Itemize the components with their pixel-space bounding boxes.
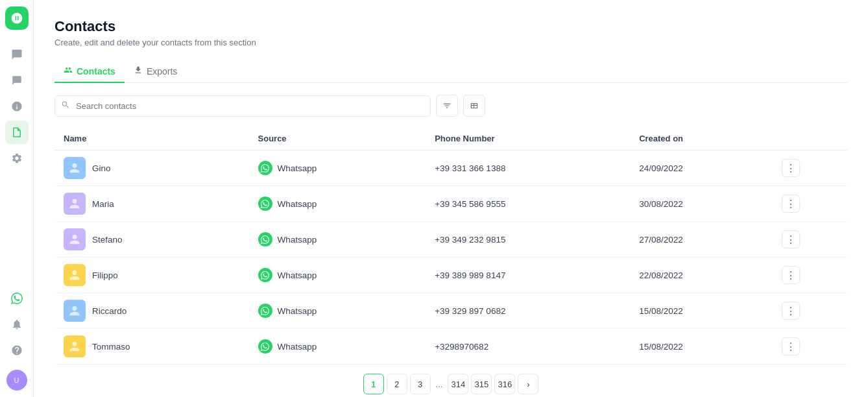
whatsapp-source-icon <box>258 232 272 247</box>
sidebar: U <box>0 0 34 397</box>
contact-name: Maria <box>92 199 114 209</box>
sidebar-item-broadcast[interactable] <box>5 95 29 118</box>
pagination: 123...314315316› <box>54 365 847 397</box>
page-button-315[interactable]: 315 <box>471 374 492 394</box>
cell-created: 27/08/2022 <box>630 222 773 258</box>
contact-name: Gino <box>92 163 111 173</box>
cell-source: Whatsapp <box>249 258 426 293</box>
page-button-1[interactable]: 1 <box>363 374 384 394</box>
cell-actions: ⋮ <box>773 329 847 365</box>
sidebar-item-whatsapp[interactable] <box>5 287 29 310</box>
table-row: Gino Whatsapp +39 331 366 1388 24/09/202… <box>54 150 847 186</box>
cell-phone: +3298970682 <box>426 329 630 365</box>
created-date: 22/08/2022 <box>639 271 683 280</box>
phone-number: +39 349 232 9815 <box>435 235 505 245</box>
tabs-bar: Contacts Exports <box>54 60 847 83</box>
source-label: Whatsapp <box>278 235 317 245</box>
cell-name: Maria <box>54 186 249 222</box>
search-icon <box>61 101 70 112</box>
cell-created: 22/08/2022 <box>630 258 773 293</box>
avatar <box>64 228 86 250</box>
app-logo[interactable] <box>5 6 29 30</box>
cell-actions: ⋮ <box>773 222 847 258</box>
avatar <box>64 300 86 322</box>
columns-button[interactable] <box>463 95 485 117</box>
sidebar-item-help[interactable] <box>5 339 29 362</box>
created-date: 15/08/2022 <box>639 342 683 352</box>
sidebar-item-comments[interactable] <box>5 69 29 92</box>
whatsapp-source-icon <box>258 268 272 282</box>
contacts-table: Name Source Phone Number Created on Gino <box>54 127 847 365</box>
contact-name: Stefano <box>92 235 123 245</box>
user-avatar[interactable]: U <box>6 370 27 391</box>
phone-number: +3298970682 <box>435 342 488 352</box>
table-row: Tommaso Whatsapp +3298970682 15/08/2022 … <box>54 329 847 365</box>
cell-actions: ⋮ <box>773 258 847 293</box>
phone-number: +39 389 989 8147 <box>435 271 505 280</box>
source-label: Whatsapp <box>278 306 317 316</box>
tab-exports-label: Exports <box>147 66 177 77</box>
cell-source: Whatsapp <box>249 186 426 222</box>
cell-phone: +39 331 366 1388 <box>426 150 630 186</box>
cell-actions: ⋮ <box>773 293 847 329</box>
row-more-button[interactable]: ⋮ <box>782 266 800 284</box>
table-row: Filippo Whatsapp +39 389 989 8147 22/08/… <box>54 258 847 293</box>
whatsapp-source-icon <box>258 161 272 175</box>
phone-number: +39 331 366 1388 <box>435 163 505 173</box>
row-more-button[interactable]: ⋮ <box>782 230 800 248</box>
tab-exports[interactable]: Exports <box>125 60 186 83</box>
toolbar <box>54 95 847 117</box>
created-date: 15/08/2022 <box>639 306 683 316</box>
sidebar-item-chat[interactable] <box>5 43 29 66</box>
created-date: 24/09/2022 <box>639 163 683 173</box>
whatsapp-source-icon <box>258 197 272 211</box>
created-date: 27/08/2022 <box>639 235 683 245</box>
col-created: Created on <box>630 127 773 150</box>
main-content: Contacts Create, edit and delete your co… <box>34 0 868 397</box>
sidebar-item-settings[interactable] <box>5 147 29 170</box>
page-button-2[interactable]: 2 <box>387 374 407 394</box>
cell-actions: ⋮ <box>773 150 847 186</box>
page-button-316[interactable]: 316 <box>494 374 515 394</box>
page-button-3[interactable]: 3 <box>410 374 431 394</box>
cell-phone: +39 329 897 0682 <box>426 293 630 329</box>
row-more-button[interactable]: ⋮ <box>782 159 800 177</box>
pagination-ellipsis: ... <box>433 379 446 389</box>
whatsapp-source-icon <box>258 304 272 318</box>
sidebar-item-contacts[interactable] <box>5 121 29 144</box>
cell-phone: +39 349 232 9815 <box>426 222 630 258</box>
search-input[interactable] <box>54 95 431 117</box>
cell-created: 15/08/2022 <box>630 293 773 329</box>
sidebar-item-notifications[interactable] <box>5 313 29 336</box>
pagination-next-button[interactable]: › <box>518 374 538 394</box>
avatar <box>64 335 86 357</box>
page-title: Contacts <box>54 18 847 35</box>
row-more-button[interactable]: ⋮ <box>782 195 800 213</box>
cell-source: Whatsapp <box>249 150 426 186</box>
source-label: Whatsapp <box>278 199 317 209</box>
cell-created: 30/08/2022 <box>630 186 773 222</box>
avatar <box>64 157 86 179</box>
cell-phone: +39 389 989 8147 <box>426 258 630 293</box>
contact-name: Riccardo <box>92 306 127 316</box>
page-subtitle: Create, edit and delete your contacts fr… <box>54 38 847 47</box>
col-name: Name <box>54 127 249 150</box>
row-more-button[interactable]: ⋮ <box>782 337 800 355</box>
cell-source: Whatsapp <box>249 329 426 365</box>
cell-source: Whatsapp <box>249 293 426 329</box>
tab-contacts-label: Contacts <box>77 66 115 77</box>
col-phone: Phone Number <box>426 127 630 150</box>
cell-created: 24/09/2022 <box>630 150 773 186</box>
cell-created: 15/08/2022 <box>630 329 773 365</box>
page-button-314[interactable]: 314 <box>448 374 468 394</box>
tab-contacts[interactable]: Contacts <box>54 60 125 83</box>
cell-name: Gino <box>54 150 249 186</box>
source-label: Whatsapp <box>278 271 317 280</box>
row-more-button[interactable]: ⋮ <box>782 302 800 320</box>
col-actions <box>773 127 847 150</box>
cell-name: Filippo <box>54 258 249 293</box>
phone-number: +39 345 586 9555 <box>435 199 505 209</box>
table-row: Maria Whatsapp +39 345 586 9555 30/08/20… <box>54 186 847 222</box>
cell-name: Tommaso <box>54 329 249 365</box>
filter-button[interactable] <box>436 95 458 117</box>
